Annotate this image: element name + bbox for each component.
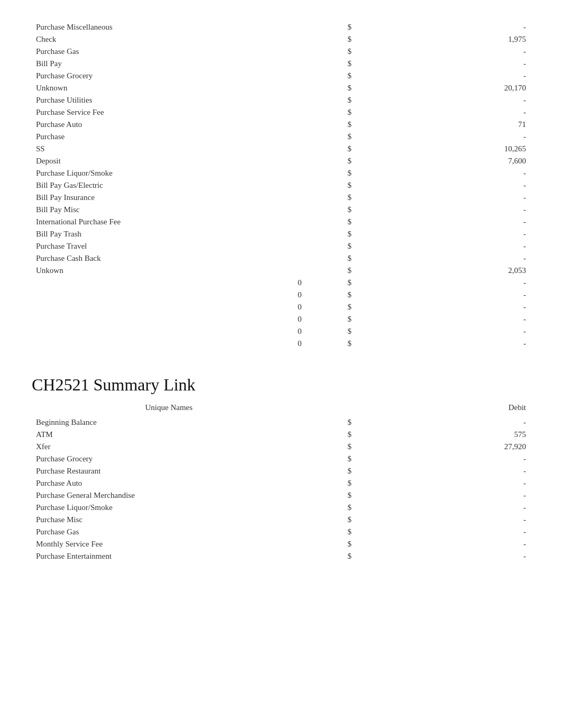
row-name: Unkown — [32, 265, 306, 277]
table-row: Purchase General Merchandise $ - — [32, 489, 530, 502]
row-dollar: $ — [306, 453, 356, 465]
table-row: Purchase $ - — [32, 131, 530, 143]
row-dollar: $ — [306, 106, 356, 119]
row-dollar: $ — [306, 429, 356, 441]
row-value: 2,053 — [356, 265, 530, 277]
row-value: - — [356, 240, 530, 252]
zero-row: 0 $ - — [32, 277, 530, 289]
zero-dollar: $ — [306, 301, 356, 313]
row-dollar: $ — [306, 416, 356, 429]
row-value: - — [356, 70, 530, 82]
row-name: Purchase Misc — [32, 514, 306, 526]
table-row: Purchase Grocery $ - — [32, 70, 530, 82]
table-row: Purchase Gas $ - — [32, 46, 530, 58]
table-row: Purchase Miscellaneous $ - — [32, 21, 530, 33]
row-dollar: $ — [306, 550, 356, 562]
row-value: 27,920 — [356, 441, 530, 453]
row-name: Purchase Gas — [32, 46, 306, 58]
row-value: - — [356, 453, 530, 465]
zero-prefix: 0 — [32, 301, 306, 313]
row-name: Bill Pay Gas/Electric — [32, 179, 306, 192]
table-row: Purchase Travel $ - — [32, 240, 530, 252]
table-row: Bill Pay Gas/Electric $ - — [32, 179, 530, 192]
table-row: SS $ 10,265 — [32, 143, 530, 155]
zero-dollar: $ — [306, 277, 356, 289]
zero-row: 0 $ - — [32, 338, 530, 350]
row-name: Purchase Auto — [32, 477, 306, 489]
row-name: Purchase Liquor/Smoke — [32, 502, 306, 514]
table-row: Purchase Cash Back $ - — [32, 252, 530, 265]
table-row: Bill Pay Misc $ - — [32, 204, 530, 216]
table-row: Deposit $ 7,600 — [32, 155, 530, 167]
table-row: Purchase Grocery $ - — [32, 453, 530, 465]
row-value: - — [356, 192, 530, 204]
zero-value: - — [356, 325, 530, 338]
row-value: - — [356, 21, 530, 33]
debit-header-spacer — [306, 401, 356, 416]
table-row: Beginning Balance $ - — [32, 416, 530, 429]
table-row: Purchase Service Fee $ - — [32, 106, 530, 119]
row-value: - — [356, 416, 530, 429]
row-name: Beginning Balance — [32, 416, 306, 429]
row-dollar: $ — [306, 46, 356, 58]
zero-row: 0 $ - — [32, 325, 530, 338]
row-value: 71 — [356, 119, 530, 131]
row-value: - — [356, 489, 530, 502]
zero-value: - — [356, 338, 530, 350]
table-row: Purchase Auto $ - — [32, 477, 530, 489]
table-row: Purchase Misc $ - — [32, 514, 530, 526]
zero-dollar: $ — [306, 313, 356, 325]
zero-row: 0 $ - — [32, 313, 530, 325]
table-row: Unkown $ 2,053 — [32, 265, 530, 277]
row-dollar: $ — [306, 167, 356, 179]
row-dollar: $ — [306, 265, 356, 277]
table-row: Purchase Liquor/Smoke $ - — [32, 502, 530, 514]
zero-value: - — [356, 301, 530, 313]
zero-value: - — [356, 313, 530, 325]
table-row: ATM $ 575 — [32, 429, 530, 441]
zero-value: - — [356, 289, 530, 301]
row-value: - — [356, 502, 530, 514]
row-name: Deposit — [32, 155, 306, 167]
row-name: Purchase Liquor/Smoke — [32, 167, 306, 179]
row-value: 575 — [356, 429, 530, 441]
row-dollar: $ — [306, 155, 356, 167]
table-row: Bill Pay Insurance $ - — [32, 192, 530, 204]
row-dollar: $ — [306, 143, 356, 155]
top-section: Purchase Miscellaneous $ - Check $ 1,975… — [32, 21, 530, 350]
zero-prefix: 0 — [32, 325, 306, 338]
row-name: Bill Pay Misc — [32, 204, 306, 216]
row-value: - — [356, 228, 530, 240]
row-dollar: $ — [306, 252, 356, 265]
row-name: Unknown — [32, 82, 306, 94]
row-name: Bill Pay Insurance — [32, 192, 306, 204]
row-name: Purchase Gas — [32, 526, 306, 538]
row-dollar: $ — [306, 70, 356, 82]
row-name: Bill Pay — [32, 58, 306, 70]
zero-prefix: 0 — [32, 313, 306, 325]
row-name: Purchase Travel — [32, 240, 306, 252]
row-name: Purchase — [32, 131, 306, 143]
row-value: 7,600 — [356, 155, 530, 167]
row-dollar: $ — [306, 21, 356, 33]
row-name: Monthly Service Fee — [32, 538, 306, 550]
row-name: Purchase Restaurant — [32, 465, 306, 477]
row-name: Purchase Miscellaneous — [32, 21, 306, 33]
row-dollar: $ — [306, 228, 356, 240]
row-name: Purchase General Merchandise — [32, 489, 306, 502]
table-row: Purchase Gas $ - — [32, 526, 530, 538]
row-dollar: $ — [306, 119, 356, 131]
table-row: Monthly Service Fee $ - — [32, 538, 530, 550]
row-value: - — [356, 526, 530, 538]
row-value: - — [356, 550, 530, 562]
zero-prefix: 0 — [32, 289, 306, 301]
summary-table: Unique Names Debit Beginning Balance $ -… — [32, 401, 530, 562]
row-value: - — [356, 538, 530, 550]
row-value: - — [356, 94, 530, 106]
row-value: - — [356, 179, 530, 192]
row-dollar: $ — [306, 526, 356, 538]
row-dollar: $ — [306, 179, 356, 192]
table-row: Bill Pay $ - — [32, 58, 530, 70]
row-name: Xfer — [32, 441, 306, 453]
row-dollar: $ — [306, 204, 356, 216]
